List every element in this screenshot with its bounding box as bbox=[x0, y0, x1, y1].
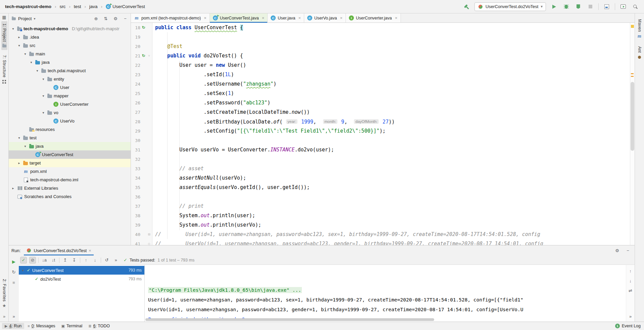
hide-button[interactable]: − bbox=[625, 247, 631, 254]
event-log-item[interactable]: 1 Event Log bbox=[615, 324, 641, 328]
more-icon[interactable]: » bbox=[3, 314, 5, 319]
code-area[interactable]: public class UserConverTest { @Test publ… bbox=[152, 23, 630, 245]
tree-open-arrow[interactable]: ▾ bbox=[23, 144, 28, 148]
code-line[interactable]: public void do2VoTest() { bbox=[152, 51, 630, 60]
close-icon[interactable]: × bbox=[89, 248, 91, 253]
project-tree-item[interactable]: CUser bbox=[9, 83, 131, 92]
tool-tab-7-structure[interactable]: 7: Structure bbox=[1, 53, 8, 87]
project-tree-item[interactable]: ▾src bbox=[9, 41, 131, 50]
code-line[interactable]: .setBirthday(LocalDate.of( year: 1999, m… bbox=[152, 117, 630, 126]
history-button[interactable]: ↺ bbox=[103, 257, 110, 264]
coverage-button[interactable] bbox=[574, 3, 582, 11]
editor-tab[interactable]: IUserConverter.java× bbox=[346, 13, 401, 22]
breadcrumb-item[interactable]: CUserConverTest bbox=[105, 3, 146, 10]
next-failed-button[interactable]: ↓ bbox=[92, 257, 98, 264]
more-button[interactable]: » bbox=[627, 313, 634, 320]
project-tree-item[interactable]: IUserConverter bbox=[9, 100, 131, 108]
project-tree-item[interactable]: ▸.idea bbox=[9, 33, 131, 41]
settings-button[interactable]: ⚙ bbox=[112, 15, 119, 22]
fold-marker-icon[interactable]: ⊟ bbox=[147, 233, 151, 236]
code-line[interactable]: System.out.println(userVo); bbox=[152, 220, 630, 230]
breadcrumb-item[interactable]: tech-mapstrcut-demo bbox=[4, 3, 52, 10]
test-tree-item[interactable]: ▾✓UserConverTest793 ms bbox=[19, 266, 144, 275]
code-line[interactable]: .setPassword("abc123") bbox=[152, 98, 630, 107]
breadcrumb-item[interactable]: test bbox=[73, 3, 82, 10]
more-button[interactable]: » bbox=[112, 257, 119, 264]
soft-wrap-button[interactable]: ⇌ bbox=[627, 287, 634, 294]
project-tree-item[interactable]: Scratches and Consoles bbox=[9, 192, 131, 201]
fold-marker-icon[interactable]: ▿ bbox=[147, 54, 151, 57]
tree-closed-arrow[interactable]: ▸ bbox=[17, 35, 21, 39]
project-tree-item[interactable]: ▾test bbox=[9, 134, 131, 142]
tool-window-switcher-icon[interactable]: ▦ bbox=[2, 15, 6, 20]
code-line[interactable]: UserVo userVo = UserConverter.INSTANCE.d… bbox=[152, 145, 630, 154]
tool-tab-2-favorites[interactable]: 2: Favorites★ bbox=[1, 277, 7, 311]
code-line[interactable]: // User(id=1, username=zhangsan, passwor… bbox=[152, 230, 630, 239]
code-line[interactable]: User user = new User() bbox=[152, 60, 630, 70]
tool-tab-1-project[interactable]: 1: Project bbox=[1, 21, 7, 50]
tree-closed-arrow[interactable]: ▸ bbox=[17, 161, 21, 165]
rerun-failed-button[interactable]: ↻ bbox=[10, 269, 17, 275]
project-tree-item[interactable]: CUserConverTest bbox=[9, 150, 131, 159]
project-tree-item[interactable]: ▾vo bbox=[9, 108, 131, 117]
project-tree-item[interactable]: tech-mapstrcut-demo.iml bbox=[9, 176, 131, 184]
run-test-gutter-icon[interactable]: ↻ bbox=[140, 25, 147, 30]
code-line[interactable]: public class UserConverTest { bbox=[152, 23, 630, 32]
project-tree-item[interactable]: resources bbox=[9, 125, 131, 134]
project-tree-item[interactable]: ▸External Libraries bbox=[9, 184, 131, 192]
editor-tab[interactable]: mpom.xml (tech-mapstrcut-demo)× bbox=[131, 13, 210, 22]
tree-open-arrow[interactable]: ▾ bbox=[29, 60, 34, 64]
profiler-button[interactable] bbox=[603, 3, 611, 11]
tree-open-arrow[interactable]: ▾ bbox=[35, 69, 40, 73]
statusbar-terminal[interactable]: ▣Terminal bbox=[59, 323, 85, 329]
tab-close-icon[interactable]: × bbox=[395, 15, 398, 20]
fold-marker-icon[interactable]: ◇ bbox=[147, 242, 151, 245]
code-line[interactable] bbox=[152, 136, 630, 145]
sort-alpha-button[interactable]: ↓a bbox=[41, 257, 48, 264]
project-tree-item[interactable]: mpom.xml bbox=[9, 167, 131, 176]
console-hscrollbar-thumb[interactable] bbox=[145, 318, 434, 321]
stop-button[interactable]: ■ bbox=[10, 279, 17, 286]
settings-button[interactable]: ⚙ bbox=[614, 247, 620, 254]
tool-tab-maven[interactable]: Mavenm bbox=[636, 17, 643, 41]
editor-tab[interactable]: CUserConverTest.java× bbox=[210, 13, 268, 22]
tab-close-icon[interactable]: × bbox=[204, 15, 206, 20]
project-tree-item[interactable]: ▾mapper bbox=[9, 92, 131, 100]
code-line[interactable]: .setId(1L) bbox=[152, 70, 630, 79]
code-line[interactable]: .setUsername("zhangsan") bbox=[152, 79, 630, 89]
code-line[interactable]: .setConfig("[{\"field1\":\"Test Field1\"… bbox=[152, 126, 630, 136]
project-tree-item[interactable]: CUserVo bbox=[9, 117, 131, 125]
scrollbar-thumb[interactable] bbox=[631, 82, 634, 151]
code-line[interactable]: // asset bbox=[152, 164, 630, 173]
tree-open-arrow[interactable]: ▾ bbox=[23, 52, 28, 56]
code-line[interactable]: // UserVo(id=1, username=zhangsan, passw… bbox=[152, 239, 630, 245]
debug-button[interactable] bbox=[562, 3, 570, 11]
collapse-all-button[interactable]: ⇅ bbox=[102, 15, 109, 22]
code-line[interactable] bbox=[152, 32, 630, 42]
code-line[interactable]: assertEquals(userVo.getId(), user.getId(… bbox=[152, 183, 630, 192]
sort-duration-button[interactable]: ↓t bbox=[50, 257, 57, 264]
tree-open-arrow[interactable]: ▾ bbox=[11, 27, 15, 31]
code-line[interactable]: // print bbox=[152, 201, 630, 211]
more-button[interactable]: » bbox=[10, 313, 17, 320]
stop-button[interactable] bbox=[586, 3, 594, 11]
run-tab[interactable]: UserConverTest.do2VoTest × bbox=[24, 245, 93, 255]
project-tree-item[interactable]: ▾main bbox=[9, 50, 131, 58]
show-passed-button[interactable]: ✓ bbox=[20, 257, 27, 264]
breadcrumb-item[interactable]: src bbox=[58, 3, 66, 10]
tree-open-arrow[interactable]: ▾ bbox=[41, 77, 46, 81]
project-tree-item[interactable]: ▾entity bbox=[9, 75, 131, 83]
tree-open-arrow[interactable]: ▾ bbox=[21, 269, 25, 272]
project-tree-item[interactable]: ▾java bbox=[9, 58, 131, 66]
expand-all-button[interactable]: ↥ bbox=[62, 257, 68, 264]
tab-close-icon[interactable]: × bbox=[298, 15, 301, 20]
test-tree-item[interactable]: ✓do2VoTest793 ms bbox=[19, 275, 144, 283]
statusbar-4-run[interactable]: ▶4: Run bbox=[2, 323, 24, 329]
locate-button[interactable]: ⊕ bbox=[93, 15, 99, 22]
project-tree-item[interactable]: ▾tech.pdai.mapstruct bbox=[9, 66, 131, 75]
code-line[interactable] bbox=[152, 192, 630, 201]
run-test-gutter-icon[interactable]: ↻ bbox=[140, 53, 147, 58]
code-line[interactable]: .setCreateTime(LocalDateTime.now()) bbox=[152, 107, 630, 117]
tab-close-icon[interactable]: × bbox=[262, 15, 265, 20]
tab-close-icon[interactable]: × bbox=[340, 15, 342, 20]
